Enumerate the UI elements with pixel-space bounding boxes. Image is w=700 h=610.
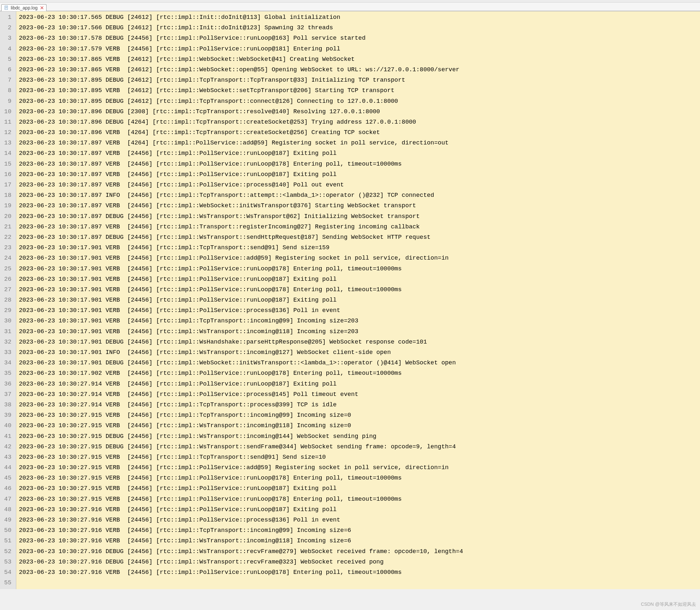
- line-number: 37: [3, 389, 11, 400]
- line-number: 10: [3, 107, 11, 117]
- line-number: 9: [3, 96, 11, 107]
- line-number: 34: [3, 358, 11, 368]
- line-number: 48: [3, 504, 11, 515]
- line-number: 8: [3, 85, 11, 96]
- line-number: 29: [3, 305, 11, 316]
- log-line: 2023-06-23 10:30:17.897 INFO [24456] [rt…: [19, 190, 697, 201]
- editor-area: 1234567891011121314151617181920212223242…: [0, 11, 700, 589]
- log-line: 2023-06-23 10:30:27.915 DEBUG [24456] [r…: [19, 442, 697, 452]
- svg-rect-0: [5, 6, 8, 10]
- tab-strip: libdc_app.log: [0, 3, 700, 11]
- log-line: 2023-06-23 10:30:17.566 DEBUG [24612] [r…: [19, 23, 697, 33]
- line-number: 41: [3, 431, 11, 442]
- log-line: 2023-06-23 10:30:17.901 VERB [24456] [rt…: [19, 264, 697, 274]
- log-line: 2023-06-23 10:30:27.915 DEBUG [24456] [r…: [19, 431, 697, 442]
- close-icon[interactable]: [40, 5, 44, 10]
- log-line: 2023-06-23 10:30:17.897 DEBUG [24456] [r…: [19, 211, 697, 222]
- log-line: 2023-06-23 10:30:17.901 VERB [24456] [rt…: [19, 295, 697, 305]
- log-line: 2023-06-23 10:30:17.897 VERB [24456] [rt…: [19, 201, 697, 211]
- window-chrome-top: [0, 0, 700, 3]
- log-line: 2023-06-23 10:30:27.915 VERB [24456] [rt…: [19, 483, 697, 494]
- log-line: 2023-06-23 10:30:27.916 VERB [24456] [rt…: [19, 536, 697, 546]
- line-number: 43: [3, 452, 11, 463]
- log-line: 2023-06-23 10:30:17.901 VERB [24456] [rt…: [19, 274, 697, 285]
- log-line: 2023-06-23 10:30:17.865 VERB [24612] [rt…: [19, 54, 697, 65]
- line-number: 49: [3, 515, 11, 526]
- log-content[interactable]: 2023-06-23 10:30:17.565 DEBUG [24612] [r…: [16, 11, 700, 589]
- log-line: 2023-06-23 10:30:17.897 VERB [24456] [rt…: [19, 159, 697, 170]
- log-line: 2023-06-23 10:30:27.916 VERB [24456] [rt…: [19, 526, 697, 536]
- log-line: 2023-06-23 10:30:17.897 VERB [24456] [rt…: [19, 148, 697, 159]
- line-number: 27: [3, 285, 11, 295]
- log-line: 2023-06-23 10:30:17.897 VERB [4264] [rtc…: [19, 138, 697, 148]
- line-number: 50: [3, 526, 11, 536]
- log-line: 2023-06-23 10:30:27.916 VERB [24456] [rt…: [19, 504, 697, 515]
- log-line: 2023-06-23 10:30:17.895 DEBUG [24612] [r…: [19, 96, 697, 107]
- log-line: 2023-06-23 10:30:17.901 VERB [24456] [rt…: [19, 285, 697, 295]
- log-line: 2023-06-23 10:30:27.916 VERB [24456] [rt…: [19, 567, 697, 578]
- log-line: 2023-06-23 10:30:17.895 DEBUG [24612] [r…: [19, 75, 697, 85]
- log-line: 2023-06-23 10:30:27.916 DEBUG [24456] [r…: [19, 547, 697, 557]
- log-line: 2023-06-23 10:30:27.915 VERB [24456] [rt…: [19, 494, 697, 504]
- line-number: 18: [3, 190, 11, 201]
- line-number: 44: [3, 463, 11, 473]
- log-line: 2023-06-23 10:30:27.914 VERB [24456] [rt…: [19, 379, 697, 389]
- log-line: 2023-06-23 10:30:17.579 VERB [24456] [rt…: [19, 44, 697, 54]
- line-number: 55: [3, 578, 11, 588]
- line-number: 21: [3, 222, 11, 232]
- line-number: 28: [3, 295, 11, 305]
- line-number: 45: [3, 473, 11, 483]
- line-number: 3: [3, 33, 11, 44]
- line-number: 32: [3, 337, 11, 348]
- log-line: 2023-06-23 10:30:17.901 INFO [24456] [rt…: [19, 348, 697, 358]
- log-line: 2023-06-23 10:30:17.901 VERB [24456] [rt…: [19, 316, 697, 326]
- file-tab[interactable]: libdc_app.log: [1, 4, 47, 11]
- line-number-gutter: 1234567891011121314151617181920212223242…: [0, 11, 16, 589]
- log-line: 2023-06-23 10:30:17.897 VERB [24456] [rt…: [19, 222, 697, 232]
- line-number: 30: [3, 316, 11, 326]
- log-line: 2023-06-23 10:30:17.901 VERB [24456] [rt…: [19, 243, 697, 253]
- line-number: 5: [3, 54, 11, 65]
- line-number: 47: [3, 494, 11, 504]
- log-line: 2023-06-23 10:30:17.902 VERB [24456] [rt…: [19, 368, 697, 379]
- log-line: 2023-06-23 10:30:17.901 DEBUG [24456] [r…: [19, 358, 697, 368]
- line-number: 42: [3, 442, 11, 452]
- line-number: 20: [3, 211, 11, 222]
- log-line: 2023-06-23 10:30:17.565 DEBUG [24612] [r…: [19, 12, 697, 23]
- line-number: 53: [3, 557, 11, 567]
- line-number: 38: [3, 400, 11, 410]
- log-line: 2023-06-23 10:30:17.578 DEBUG [24456] [r…: [19, 33, 697, 44]
- line-number: 15: [3, 159, 11, 170]
- log-line: 2023-06-23 10:30:17.896 DEBUG [2308] [rt…: [19, 107, 697, 117]
- log-line: 2023-06-23 10:30:27.915 VERB [24456] [rt…: [19, 421, 697, 431]
- log-line: 2023-06-23 10:30:17.897 DEBUG [24456] [r…: [19, 232, 697, 243]
- log-line: 2023-06-23 10:30:17.895 VERB [24612] [rt…: [19, 85, 697, 96]
- line-number: 36: [3, 379, 11, 389]
- line-number: 23: [3, 243, 11, 253]
- log-line: 2023-06-23 10:30:17.901 VERB [24456] [rt…: [19, 253, 697, 263]
- log-line: 2023-06-23 10:30:27.916 VERB [24456] [rt…: [19, 515, 697, 526]
- log-line: 2023-06-23 10:30:17.897 VERB [24456] [rt…: [19, 170, 697, 180]
- line-number: 1: [3, 12, 11, 23]
- file-icon: [4, 5, 9, 10]
- line-number: 46: [3, 483, 11, 494]
- log-line: [19, 578, 697, 588]
- line-number: 6: [3, 65, 11, 75]
- line-number: 16: [3, 170, 11, 180]
- log-line: 2023-06-23 10:30:27.916 DEBUG [24456] [r…: [19, 557, 697, 567]
- log-line: 2023-06-23 10:30:17.901 VERB [24456] [rt…: [19, 305, 697, 316]
- log-line: 2023-06-23 10:30:27.914 VERB [24456] [rt…: [19, 400, 697, 410]
- log-line: 2023-06-23 10:30:27.915 VERB [24456] [rt…: [19, 463, 697, 473]
- log-line: 2023-06-23 10:30:27.915 VERB [24456] [rt…: [19, 473, 697, 483]
- line-number: 11: [3, 117, 11, 128]
- line-number: 35: [3, 368, 11, 379]
- line-number: 40: [3, 421, 11, 431]
- line-number: 26: [3, 274, 11, 285]
- line-number: 13: [3, 138, 11, 148]
- line-number: 12: [3, 128, 11, 138]
- line-number: 19: [3, 201, 11, 211]
- log-line: 2023-06-23 10:30:17.896 VERB [4264] [rtc…: [19, 128, 697, 138]
- log-line: 2023-06-23 10:30:17.901 VERB [24456] [rt…: [19, 327, 697, 337]
- line-number: 24: [3, 253, 11, 263]
- log-line: 2023-06-23 10:30:27.914 VERB [24456] [rt…: [19, 389, 697, 400]
